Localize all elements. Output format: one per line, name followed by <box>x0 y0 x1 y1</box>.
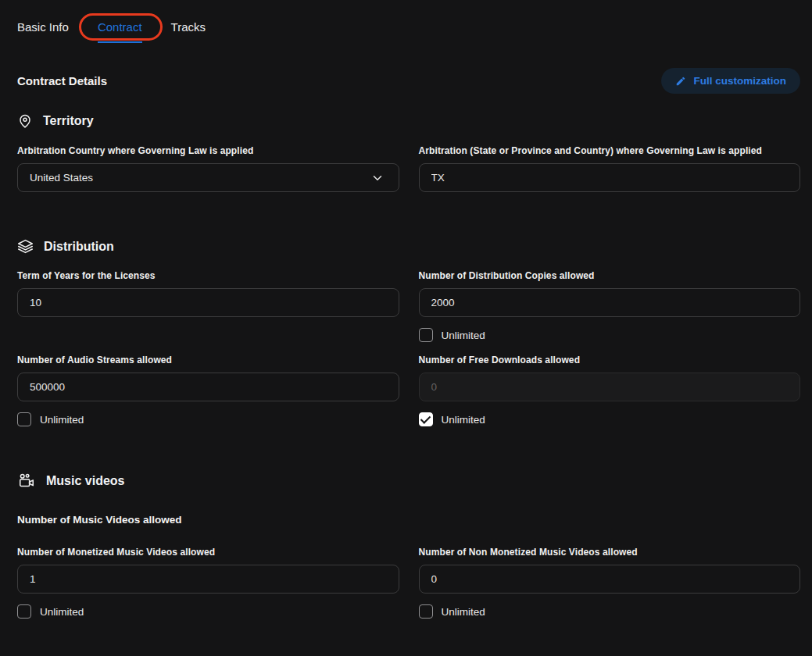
section-distribution: Distribution Term of Years for the Licen… <box>17 238 800 426</box>
field-term-years: Term of Years for the Licenses <box>17 270 399 317</box>
distribution-title: Distribution <box>44 240 114 254</box>
checkbox-icon <box>419 604 433 619</box>
audio-streams-input[interactable] <box>17 373 399 401</box>
checkbox-icon <box>17 412 31 426</box>
section-territory: Territory Arbitration Country where Gove… <box>17 112 800 192</box>
territory-title: Territory <box>43 114 94 128</box>
non-monetized-videos-input[interactable] <box>419 565 801 594</box>
music-videos-row: Number of Monetized Music Videos allowed… <box>17 547 800 619</box>
field-non-monetized-videos: Number of Non Monetized Music Videos all… <box>419 547 801 619</box>
distribution-row-2: Number of Audio Streams allowed Unlimite… <box>17 355 800 426</box>
unlimited-label: Unlimited <box>442 606 485 618</box>
audio-streams-unlimited-checkbox[interactable]: Unlimited <box>17 412 84 426</box>
unlimited-label: Unlimited <box>442 330 485 341</box>
layers-icon <box>17 238 34 255</box>
free-downloads-label: Number of Free Downloads allowed <box>419 355 801 365</box>
video-camera-icon <box>17 472 36 490</box>
pencil-edit-icon <box>675 76 686 87</box>
full-customization-button[interactable]: Full customization <box>661 68 800 94</box>
arbitration-state-input[interactable] <box>419 163 801 192</box>
checkbox-icon <box>17 604 31 619</box>
distribution-header: Distribution <box>17 238 800 255</box>
contract-page: Basic Info Contract Tracks Contract Deta… <box>0 0 812 619</box>
distribution-copies-unlimited-checkbox[interactable]: Unlimited <box>419 328 485 342</box>
unlimited-label: Unlimited <box>40 606 84 618</box>
arbitration-state-label: Arbitration (State or Province and Count… <box>419 145 801 156</box>
non-monetized-unlimited-checkbox[interactable]: Unlimited <box>419 604 485 619</box>
monetized-videos-label: Number of Monetized Music Videos allowed <box>17 547 399 558</box>
tab-bar: Basic Info Contract Tracks <box>17 19 800 43</box>
term-years-label: Term of Years for the Licenses <box>17 270 399 281</box>
tab-tracks[interactable]: Tracks <box>171 19 206 43</box>
arbitration-country-value: United States <box>30 172 93 184</box>
section-music-videos: Music videos Number of Music Videos allo… <box>17 472 800 619</box>
distribution-copies-input[interactable] <box>419 288 801 317</box>
chevron-down-icon <box>370 171 385 185</box>
unlimited-label: Unlimited <box>40 414 84 426</box>
distribution-row-1: Term of Years for the Licenses Number of… <box>17 270 800 342</box>
checkbox-checked-icon <box>419 412 433 426</box>
term-years-input[interactable] <box>17 288 399 317</box>
tab-basic-info[interactable]: Basic Info <box>17 19 69 43</box>
free-downloads-unlimited-checkbox[interactable]: Unlimited <box>419 412 485 426</box>
non-monetized-videos-label: Number of Non Monetized Music Videos all… <box>419 547 801 558</box>
tab-contract-wrap: Contract <box>98 19 142 43</box>
tab-contract[interactable]: Contract <box>98 19 142 43</box>
field-monetized-videos: Number of Monetized Music Videos allowed… <box>17 547 399 619</box>
arbitration-country-select[interactable]: United States <box>17 163 399 192</box>
field-audio-streams: Number of Audio Streams allowed Unlimite… <box>17 355 399 426</box>
page-title: Contract Details <box>17 74 107 87</box>
arbitration-country-label: Arbitration Country where Governing Law … <box>17 145 399 156</box>
checkbox-icon <box>419 328 433 342</box>
field-free-downloads: Number of Free Downloads allowed Unlimit… <box>419 355 801 426</box>
territory-header: Territory <box>17 112 800 130</box>
territory-fields: Arbitration Country where Governing Law … <box>17 145 800 192</box>
full-customization-label: Full customization <box>693 75 786 87</box>
field-arbitration-country: Arbitration Country where Governing Law … <box>17 145 399 192</box>
music-videos-title: Music videos <box>46 474 124 488</box>
audio-streams-label: Number of Audio Streams allowed <box>17 355 399 365</box>
field-arbitration-state: Arbitration (State or Province and Count… <box>419 145 801 192</box>
monetized-videos-input[interactable] <box>17 565 399 594</box>
distribution-copies-label: Number of Distribution Copies allowed <box>419 270 801 281</box>
unlimited-label: Unlimited <box>442 414 485 426</box>
free-downloads-input <box>419 373 801 401</box>
monetized-unlimited-checkbox[interactable]: Unlimited <box>17 604 84 619</box>
header-row: Contract Details Full customization <box>17 68 800 94</box>
location-pin-icon <box>17 112 33 130</box>
music-videos-subheading: Number of Music Videos allowed <box>17 514 800 526</box>
field-distribution-copies: Number of Distribution Copies allowed Un… <box>419 270 801 342</box>
music-videos-header: Music videos <box>17 472 800 490</box>
